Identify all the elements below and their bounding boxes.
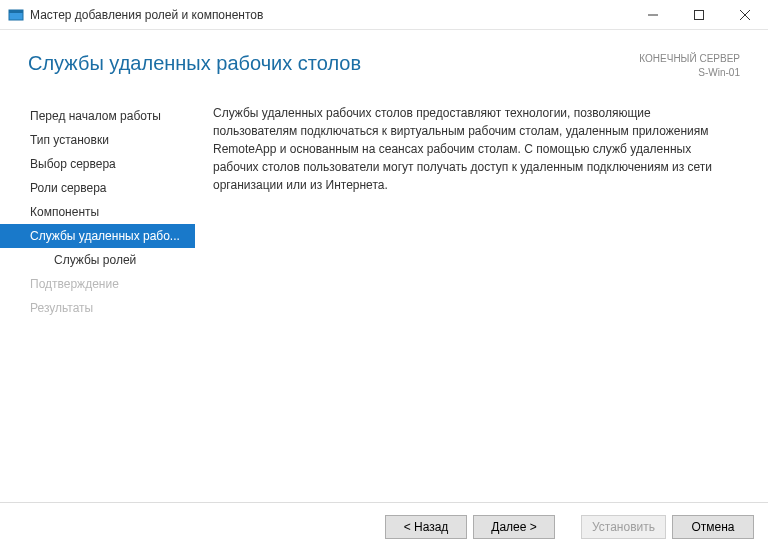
titlebar: Мастер добавления ролей и компонентов [0,0,768,30]
sidebar: Перед началом работы Тип установки Выбор… [0,98,195,498]
wizard-body: Перед началом работы Тип установки Выбор… [0,98,768,498]
destination-value: S-Win-01 [639,66,740,80]
header: Службы удаленных рабочих столов КОНЕЧНЫЙ… [0,30,768,98]
description-text: Службы удаленных рабочих столов предоста… [213,104,738,194]
window-controls [630,0,768,29]
sidebar-item-remote-desktop-services[interactable]: Службы удаленных рабо... [0,224,195,248]
sidebar-item-installation-type[interactable]: Тип установки [0,128,195,152]
window-title: Мастер добавления ролей и компонентов [30,8,630,22]
sidebar-item-server-selection[interactable]: Выбор сервера [0,152,195,176]
sidebar-item-role-services[interactable]: Службы ролей [0,248,195,272]
minimize-button[interactable] [630,0,676,30]
destination-label: КОНЕЧНЫЙ СЕРВЕР [639,52,740,66]
page-title: Службы удаленных рабочих столов [28,52,361,75]
install-button: Установить [581,515,666,539]
cancel-button[interactable]: Отмена [672,515,754,539]
svg-rect-1 [9,10,23,13]
footer: < Назад Далее > Установить Отмена [0,502,768,550]
destination-info: КОНЕЧНЫЙ СЕРВЕР S-Win-01 [639,52,740,80]
app-icon [8,7,24,23]
content-area: Службы удаленных рабочих столов предоста… [195,98,768,498]
sidebar-item-server-roles[interactable]: Роли сервера [0,176,195,200]
sidebar-item-before-you-begin[interactable]: Перед началом работы [0,104,195,128]
sidebar-item-features[interactable]: Компоненты [0,200,195,224]
svg-rect-3 [695,11,704,20]
maximize-button[interactable] [676,0,722,30]
close-button[interactable] [722,0,768,30]
back-button[interactable]: < Назад [385,515,467,539]
sidebar-item-confirmation: Подтверждение [0,272,195,296]
sidebar-item-results: Результаты [0,296,195,320]
next-button[interactable]: Далее > [473,515,555,539]
